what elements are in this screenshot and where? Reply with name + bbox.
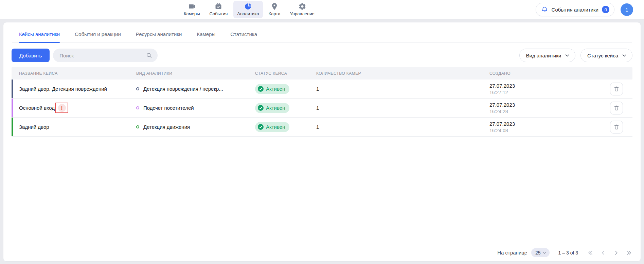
chevron-down-icon <box>621 52 627 58</box>
nav-label: Управление <box>290 11 314 16</box>
chevron-down-icon <box>542 250 547 255</box>
actions-cell <box>610 83 632 95</box>
column-header-cameras: КОЛИЧЕСТВО КАМЕР <box>316 71 489 76</box>
analytics-type-ring-icon <box>136 125 139 128</box>
nav-item-cameras[interactable]: Камеры <box>180 1 204 18</box>
row-accent-bar <box>12 118 13 136</box>
delete-button[interactable] <box>610 83 623 95</box>
case-status-filter[interactable]: Статус кейса <box>580 49 632 62</box>
analytics-page-card: Кейсы аналитики События и реакции Ресурс… <box>3 22 641 262</box>
analytics-type-cell: Детекция повреждения / перекр... <box>136 86 255 92</box>
analytics-type-label: Детекция движения <box>143 124 190 130</box>
table-row[interactable]: Основной вход ! Подсчет посетителей Акти… <box>12 99 632 118</box>
check-circle-icon <box>258 105 264 111</box>
tab-events-reactions[interactable]: События и реакции <box>75 31 121 42</box>
status-text: Активен <box>266 105 285 111</box>
tab-analytics-cases[interactable]: Кейсы аналитики <box>19 31 60 42</box>
page-tabs: Кейсы аналитики События и реакции Ресурс… <box>12 22 632 42</box>
analytics-events-button[interactable]: События аналитики 0 <box>536 3 614 16</box>
status-badge: Активен <box>255 103 289 113</box>
nav-item-map[interactable]: Карта <box>265 1 284 18</box>
created-time: 16:24:28 <box>489 109 589 114</box>
tab-statistics[interactable]: Статистика <box>230 31 257 42</box>
row-accent-bar <box>12 99 13 117</box>
bell-icon <box>541 6 548 13</box>
created-date: 27.07.2023 <box>489 83 589 89</box>
gear-icon <box>298 2 306 11</box>
top-bar: Камеры События Аналитика <box>0 0 644 19</box>
actions-cell <box>610 121 632 134</box>
nav-label: Карта <box>269 11 281 16</box>
events-count-badge: 0 <box>602 6 609 13</box>
search-icon <box>146 52 153 59</box>
camera-count: 1 <box>316 105 489 111</box>
check-circle-icon <box>258 124 264 130</box>
first-page-button[interactable] <box>587 249 594 256</box>
error-exclamation-icon: ! <box>58 104 66 112</box>
video-camera-icon <box>188 2 196 11</box>
last-page-button[interactable] <box>626 249 632 256</box>
nav-item-management[interactable]: Управление <box>286 1 318 18</box>
chevron-down-icon <box>564 52 570 58</box>
case-status-filter-label: Статус кейса <box>587 53 618 58</box>
trash-icon <box>613 124 620 130</box>
actions-cell <box>610 102 632 115</box>
created-cell: 27.07.2023 16:24:28 <box>489 102 589 114</box>
per-page-value: 25 <box>535 250 541 256</box>
search-field <box>53 49 158 62</box>
column-header-status: СТАТУС КЕЙСА <box>255 71 316 76</box>
cases-table: НАЗВАНИЕ КЕЙСА ВИД АНАЛИТИКИ СТАТУС КЕЙС… <box>12 67 632 137</box>
map-pin-icon <box>270 2 279 11</box>
camera-count: 1 <box>316 124 489 130</box>
status-badge: Активен <box>255 84 289 94</box>
nav-label: Аналитика <box>237 11 259 16</box>
nav-item-events[interactable]: События <box>206 1 232 18</box>
column-header-type: ВИД АНАЛИТИКИ <box>136 71 255 76</box>
tab-cameras[interactable]: Камеры <box>197 31 215 42</box>
table-header: НАЗВАНИЕ КЕЙСА ВИД АНАЛИТИКИ СТАТУС КЕЙС… <box>12 67 632 80</box>
created-date: 27.07.2023 <box>489 102 589 108</box>
status-text: Активен <box>266 86 285 92</box>
table-row[interactable]: Задний двор. Детекция повреждений Детекц… <box>12 80 632 99</box>
per-page-group: На странице 25 <box>497 248 549 257</box>
created-cell: 27.07.2023 16:24:08 <box>489 121 589 133</box>
status-cell: Активен <box>255 122 316 132</box>
nav-label: Камеры <box>184 11 200 16</box>
tab-analytics-resources[interactable]: Ресурсы аналитики <box>136 31 182 42</box>
row-accent-bar <box>12 80 13 98</box>
table-row[interactable]: Задний двор Детекция движения Активен 1 … <box>12 118 632 137</box>
search-input[interactable] <box>53 49 158 62</box>
filters: Вид аналитики Статус кейса <box>519 49 632 62</box>
analytics-type-ring-icon <box>136 106 139 109</box>
status-badge: Активен <box>255 122 289 132</box>
trash-icon <box>613 86 620 92</box>
created-date: 27.07.2023 <box>489 121 589 127</box>
delete-button[interactable] <box>610 121 623 134</box>
column-header-created: СОЗДАНО <box>489 71 589 76</box>
calendar-check-icon <box>214 2 222 11</box>
column-header-name: НАЗВАНИЕ КЕЙСА <box>12 71 136 76</box>
analytics-type-filter[interactable]: Вид аналитики <box>519 49 576 62</box>
page-range: 1 – 3 of 3 <box>558 250 578 256</box>
error-highlight-box: ! <box>55 103 68 113</box>
created-time: 16:24:08 <box>489 128 589 133</box>
analytics-type-cell: Подсчет посетителей <box>136 105 255 111</box>
camera-count: 1 <box>316 86 489 92</box>
pie-chart-icon <box>244 2 252 11</box>
per-page-select[interactable]: 25 <box>531 248 550 257</box>
pagination: На странице 25 1 – 3 of 3 <box>497 248 632 257</box>
analytics-type-filter-label: Вид аналитики <box>526 53 561 58</box>
case-name: Основной вход <box>19 105 55 111</box>
case-name: Задний двор. Детекция повреждений <box>12 86 136 92</box>
add-button[interactable]: Добавить <box>12 49 50 62</box>
created-time: 16:27:12 <box>489 90 589 95</box>
nav-item-analytics[interactable]: Аналитика <box>233 1 263 18</box>
avatar[interactable]: 1 <box>621 3 633 16</box>
next-page-button[interactable] <box>613 249 620 256</box>
prev-page-button[interactable] <box>600 249 607 256</box>
check-circle-icon <box>258 86 264 92</box>
delete-button[interactable] <box>610 102 623 115</box>
analytics-type-label: Детекция повреждения / перекр... <box>143 86 223 92</box>
status-cell: Активен <box>255 84 316 94</box>
top-right-controls: События аналитики 0 1 <box>536 3 644 16</box>
